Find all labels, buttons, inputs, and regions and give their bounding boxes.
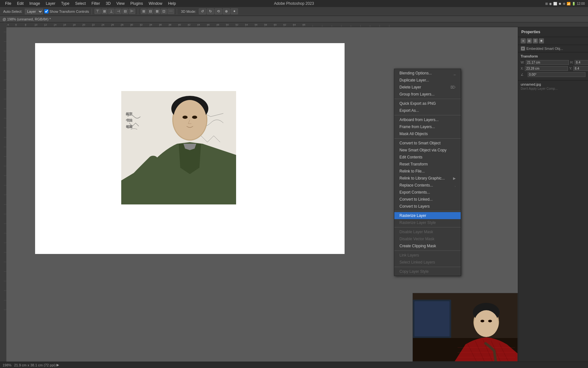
- align-bottom-btn[interactable]: ⊥: [108, 9, 115, 14]
- ctx-item-mask-all[interactable]: Mask All Objects: [394, 130, 461, 137]
- ruler-horizontal: 4 6 8 10 12 14 16 18 20 22 24 26 28 30 3…: [6, 22, 588, 27]
- ctx-item-link-layers[interactable]: Link Layers: [394, 252, 461, 259]
- ctx-item-rasterize-style[interactable]: Rasterize Layer Style: [394, 219, 461, 226]
- svg-text:16: 16: [63, 23, 66, 26]
- ctx-item-create-clipping[interactable]: Create Clipping Mask: [394, 242, 461, 249]
- menu-item-help[interactable]: Help: [166, 1, 179, 6]
- align-hcenter-btn[interactable]: ⊟: [122, 9, 128, 14]
- ctx-item-duplicate[interactable]: Duplicate Layer...: [394, 77, 461, 84]
- document-dimensions: 21.9 cm x 38.1 cm (72 ppi): [14, 363, 56, 367]
- ctx-item-new-smart-copy[interactable]: New Smart Object via Copy: [394, 147, 461, 154]
- ctx-sep-7: [394, 267, 461, 267]
- sys-icon-2: ◉: [549, 2, 552, 5]
- svg-text:56: 56: [255, 23, 257, 26]
- svg-text:58: 58: [264, 23, 267, 26]
- ctx-item-convert-linked[interactable]: Convert to Linked...: [394, 196, 461, 203]
- panel-icon-2[interactable]: ⊞: [527, 38, 532, 43]
- ctx-item-copy-style[interactable]: Copy Layer Style: [394, 268, 461, 275]
- dist-1[interactable]: ⊞: [141, 9, 147, 14]
- ctx-item-disable-layer-mask[interactable]: Disable Layer Mask: [394, 228, 461, 235]
- dist-5[interactable]: ⋯: [167, 9, 174, 14]
- status-bar: 198% 21.9 cm x 38.1 cm (72 ppi) ▶: [0, 362, 588, 368]
- align-right-btn[interactable]: ⊢: [129, 9, 135, 14]
- dist-3[interactable]: ⊠: [154, 9, 160, 14]
- file-name-section: unnamed.jpg Don't Apply Layer Comp...: [518, 80, 588, 92]
- svg-text:54: 54: [245, 23, 248, 26]
- dist-4[interactable]: ⊡: [161, 9, 167, 14]
- auto-select-label: Auto-Select:: [2, 10, 24, 13]
- menu-item-edit[interactable]: Edit: [14, 1, 26, 6]
- menu-item-view[interactable]: View: [114, 1, 127, 6]
- svg-text:48: 48: [216, 23, 219, 26]
- sys-icon-4: ⏺: [558, 2, 562, 5]
- height-label: H:: [570, 61, 573, 64]
- 3d-btn-1[interactable]: ↺: [199, 8, 206, 14]
- height-input[interactable]: [575, 60, 588, 65]
- svg-point-127: [480, 320, 484, 322]
- properties-header: Properties: [518, 27, 588, 37]
- ctx-item-convert-smart[interactable]: Convert to Smart Object: [394, 140, 461, 147]
- menu-item-select[interactable]: Select: [72, 1, 88, 6]
- ctx-item-disable-vector-mask[interactable]: Disable Vector Mask: [394, 235, 461, 242]
- align-vcenter-btn[interactable]: ⊞: [101, 9, 108, 14]
- ctx-item-select-linked[interactable]: Select Linked Layers: [394, 259, 461, 266]
- 3d-btn-4[interactable]: ⊕: [223, 8, 230, 14]
- app-title: Adobe Photoshop 2023: [274, 1, 314, 6]
- 3d-btn-2[interactable]: ↻: [207, 8, 214, 14]
- document-tab[interactable]: @ 198% (unnamed, RGB/8#) *: [0, 16, 588, 22]
- svg-text:36: 36: [159, 23, 162, 26]
- width-input[interactable]: [526, 60, 569, 65]
- ctx-item-edit-contents[interactable]: Edit Contents: [394, 154, 461, 161]
- ctx-sep-2: [394, 115, 461, 115]
- x-label: X:: [521, 67, 524, 70]
- ctx-item-rasterize[interactable]: Rasterize Layer: [394, 212, 461, 219]
- y-input[interactable]: [573, 66, 588, 71]
- ctx-item-replace-contents[interactable]: Replace Contents... .: [394, 182, 461, 189]
- svg-text:52: 52: [235, 23, 238, 26]
- ctx-item-artboard[interactable]: Artboard from Layers...: [394, 116, 461, 123]
- svg-point-126: [474, 310, 498, 337]
- ctx-item-blending[interactable]: Blending Options... _: [394, 70, 461, 77]
- align-left-btn[interactable]: ⊣: [115, 9, 122, 14]
- 3d-btn-5[interactable]: ✦: [231, 8, 238, 14]
- ctx-item-frame[interactable]: Frame from Layers...: [394, 123, 461, 130]
- ctx-item-delete[interactable]: Delete Layer ⌦: [394, 84, 461, 91]
- ctx-item-quick-export[interactable]: Quick Export as PNG: [394, 100, 461, 107]
- smart-object-icon: [521, 46, 525, 51]
- panel-icon-3[interactable]: ☰: [533, 38, 538, 43]
- photo-layer: 练字 书法 笔画 BNBP: [121, 91, 236, 204]
- menu-item-3d[interactable]: 3D: [103, 1, 113, 6]
- ctx-item-export-contents[interactable]: Export Contents...: [394, 189, 461, 196]
- panel-icon-4[interactable]: ✱: [539, 38, 544, 43]
- svg-text:12: 12: [44, 23, 47, 26]
- x-input[interactable]: [525, 66, 568, 71]
- smart-object-text: Embedded Smart Obj...: [526, 47, 563, 50]
- angle-input[interactable]: [528, 72, 585, 77]
- 3d-btn-3[interactable]: ⟲: [215, 8, 222, 14]
- menu-item-type[interactable]: Type: [58, 1, 72, 6]
- svg-point-116: [192, 116, 197, 119]
- 3d-mode-label: 3D Mode:: [180, 10, 197, 13]
- svg-text:10: 10: [34, 23, 37, 26]
- dist-2[interactable]: ⊟: [147, 9, 153, 14]
- svg-text:50: 50: [226, 23, 229, 26]
- menu-item-image[interactable]: Image: [27, 1, 42, 6]
- status-arrow[interactable]: ▶: [56, 363, 59, 367]
- panel-icon-1[interactable]: ≡: [521, 38, 526, 43]
- menu-item-file[interactable]: File: [3, 1, 14, 6]
- align-top-btn[interactable]: ⊤: [94, 9, 101, 14]
- menu-item-plugins[interactable]: Plugins: [128, 1, 145, 6]
- ctx-item-group[interactable]: Group from Layers...: [394, 91, 461, 98]
- ctx-item-export-as[interactable]: Export As...: [394, 107, 461, 114]
- menu-item-layer[interactable]: Layer: [43, 1, 58, 6]
- ctx-item-convert-layers[interactable]: Convert to Layers: [394, 203, 461, 210]
- ctx-item-relink-library[interactable]: Relink to Library Graphic... ▶: [394, 175, 461, 182]
- ctx-item-reset-transform[interactable]: Reset Transform: [394, 161, 461, 168]
- menu-item-filter[interactable]: Filter: [89, 1, 103, 6]
- menu-item-window[interactable]: Window: [146, 1, 165, 6]
- svg-text:62: 62: [283, 23, 286, 26]
- menu-bar: File Edit Image Layer Type Select Filter…: [0, 0, 588, 7]
- auto-select-dropdown[interactable]: Layer Group: [25, 9, 43, 14]
- ctx-item-relink-file[interactable]: Relink to File...: [394, 168, 461, 175]
- transform-controls-checkbox[interactable]: [44, 9, 48, 13]
